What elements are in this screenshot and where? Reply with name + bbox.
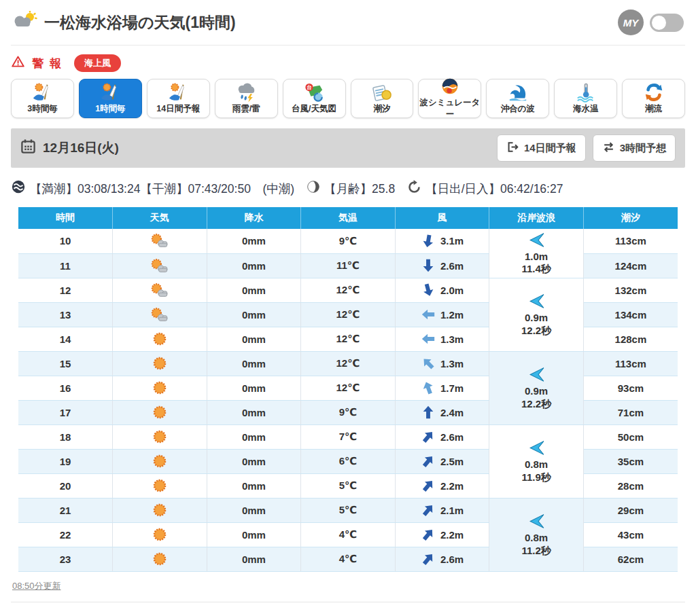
wave-direction-arrow-icon — [489, 231, 583, 249]
tide-cell: 113cm — [583, 351, 678, 376]
precip-cell: 0mm — [207, 327, 301, 351]
wave-cell: 0.8m11.2秒 — [489, 498, 584, 571]
wind-cell: 2.5m — [395, 449, 489, 473]
wind-speed: 1.2m — [440, 309, 464, 321]
precip-cell: 0mm — [207, 253, 301, 278]
wind-direction-arrow-icon — [421, 234, 436, 249]
tidal-current-icon — [644, 82, 664, 103]
hour-cell: 23 — [18, 547, 113, 571]
external-link-icon — [506, 141, 519, 156]
tab-current[interactable]: 潮流 — [622, 79, 685, 118]
tab-label: 雨雲/雷 — [232, 103, 260, 115]
sun-cloud-icon — [150, 257, 170, 274]
wind-direction-arrow-icon — [421, 405, 436, 420]
tab-label: 台風/天気図 — [292, 103, 336, 115]
weather-cell — [113, 400, 207, 424]
column-header: 風 — [395, 207, 489, 229]
forecast-tabs: 3時間毎1時間毎14日間予報雨雲/雷台台風/天気図潮汐波シミュレーター沖合の波海… — [11, 79, 685, 118]
table-row: 180mm7℃2.6m0.8m11.9秒50cm — [18, 424, 678, 449]
hour-cell: 10 — [18, 229, 113, 253]
tab-3h[interactable]: 3時間毎 — [11, 79, 74, 118]
date-display: 12月16日(火) — [20, 139, 119, 158]
wave-period: 12.2秒 — [489, 398, 583, 411]
table-row: 120mm12℃2.0m0.9m12.2秒132cm — [18, 278, 678, 302]
tab-sea-temp[interactable]: 海水温 — [554, 79, 617, 118]
tab-offshore[interactable]: 沖合の波 — [486, 79, 549, 118]
rain-lightning-icon — [236, 82, 256, 103]
wind-direction-arrow-icon — [421, 454, 436, 469]
temp-cell: 5℃ — [301, 498, 396, 522]
table-row: 150mm12℃1.3m0.9m12.2秒113cm — [18, 351, 678, 376]
precip-cell: 0mm — [207, 449, 301, 473]
wind-speed: 2.0m — [440, 285, 464, 296]
wind-direction-arrow-icon — [421, 380, 436, 395]
updated-time-link[interactable]: 08:50分更新 — [12, 580, 61, 592]
tide-cell: 134cm — [583, 302, 678, 327]
wave-height: 1.0m — [489, 251, 583, 264]
wind-cell: 1.2m — [395, 302, 489, 327]
my-toggle-switch[interactable] — [650, 14, 684, 32]
alert-row: 警報 海上風 — [11, 54, 685, 72]
tide-info-line: 【満潮】03:08/13:24【干潮】07:43/20:50 (中潮) 【月齢】… — [11, 179, 685, 198]
tide-cell: 113cm — [583, 229, 678, 253]
sea-wind-warning-badge[interactable]: 海上風 — [74, 54, 121, 72]
three-hour-forecast-button[interactable]: 3時間予想 — [593, 134, 676, 162]
sun-icon — [151, 428, 169, 446]
offshore-wave-icon — [508, 82, 528, 103]
weather-cell — [113, 498, 207, 522]
column-header: 気温 — [301, 207, 396, 229]
sun-cloud-icon — [150, 282, 170, 299]
sunrise-sunset-icon — [407, 180, 421, 198]
sunrise-sunset: 【日出/日入】06:42/16:27 — [407, 180, 563, 198]
hour-cell: 22 — [18, 522, 113, 547]
tide-cell: 43cm — [583, 522, 678, 547]
hour-cell: 11 — [18, 253, 113, 278]
sun-icon — [151, 550, 169, 568]
wind-speed: 2.5m — [440, 456, 464, 467]
tide-cell: 132cm — [583, 278, 678, 302]
tab-1h[interactable]: 1時間毎 — [79, 79, 142, 118]
tab-radar[interactable]: 雨雲/雷 — [215, 79, 278, 118]
wind-cell: 2.4m — [395, 400, 489, 424]
wave-period: 11.2秒 — [489, 545, 583, 558]
hour-cell: 18 — [18, 424, 113, 449]
tab-tide[interactable]: 潮汐 — [351, 79, 414, 118]
wind-speed: 1.3m — [440, 333, 464, 345]
weather-cell — [113, 449, 207, 473]
wave-direction-arrow-icon — [489, 292, 583, 310]
tab-wave-sim[interactable]: 波シミュレーター — [418, 79, 481, 118]
wind-direction-arrow-icon — [421, 527, 436, 542]
fourteen-day-forecast-button[interactable]: 14日間予報 — [497, 134, 586, 162]
tab-typhoon[interactable]: 台台風/天気図 — [283, 79, 346, 118]
precip-cell: 0mm — [207, 498, 301, 522]
moon-age-label: 【月齢】25.8 — [324, 181, 395, 197]
tide-times: 【満潮】03:08/13:24【干潮】07:43/20:50 (中潮) — [11, 179, 294, 198]
wind-cell: 1.3m — [395, 351, 489, 376]
hour-cell: 13 — [18, 302, 113, 327]
sun-icon — [151, 501, 169, 519]
weather-cell — [113, 327, 207, 351]
precip-cell: 0mm — [207, 302, 301, 327]
button-label: 3時間予想 — [620, 142, 666, 155]
my-button[interactable]: MY — [618, 10, 644, 35]
weather-cell — [113, 302, 207, 327]
wind-speed: 2.2m — [440, 529, 464, 541]
tab-14d[interactable]: 14日間予報 — [147, 79, 210, 118]
weather-page: 一松海水浴場の天気(1時間) MY 警報 海上風 3時間毎1時間毎14日間予報雨… — [0, 0, 696, 613]
temp-cell: 12℃ — [301, 302, 396, 327]
moon-age: 【月齢】25.8 — [307, 180, 395, 197]
sea-temperature-icon — [576, 82, 596, 103]
page-title: 一松海水浴場の天気(1時間) — [44, 12, 236, 33]
hour-cell: 16 — [18, 376, 113, 400]
my-controls: MY — [618, 10, 684, 35]
date-bar-buttons: 14日間予報 3時間予想 — [497, 134, 676, 162]
temp-cell: 12℃ — [301, 327, 396, 351]
cloud-sun-icon — [12, 11, 38, 34]
tide-wave-icon — [11, 179, 26, 198]
precip-cell: 0mm — [207, 522, 301, 547]
moon-icon — [307, 180, 320, 197]
wind-cell: 3.1m — [395, 229, 489, 253]
wave-cell: 1.0m11.4秒 — [489, 229, 584, 278]
hour-cell: 21 — [18, 498, 113, 522]
wave-cell: 0.9m12.2秒 — [489, 278, 584, 351]
